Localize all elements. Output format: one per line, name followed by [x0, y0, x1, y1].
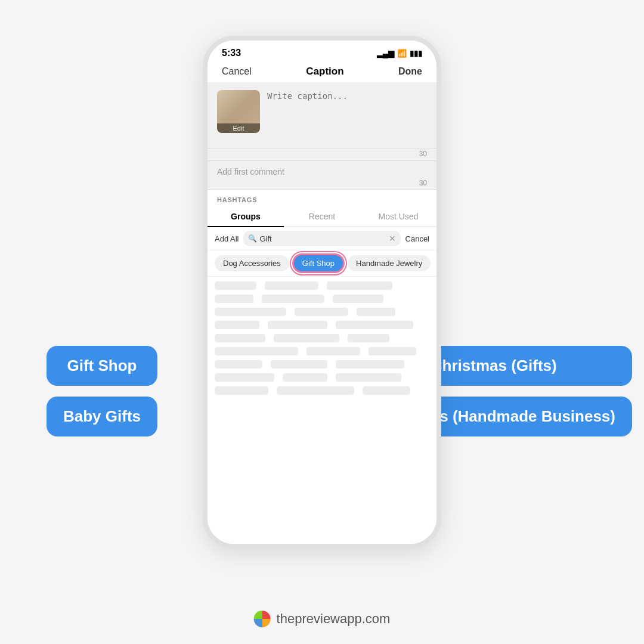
battery-icon: ▮▮▮	[410, 49, 422, 58]
hashtag-item[interactable]	[327, 281, 392, 290]
search-bar: Add All 🔍 Gift ✕ Cancel	[208, 227, 436, 250]
hashtag-item[interactable]	[215, 347, 298, 355]
photo-thumbnail[interactable]: Edit	[217, 90, 260, 133]
hashtag-item[interactable]	[306, 347, 360, 355]
chip-gift-shop[interactable]: Gift Shop	[294, 255, 343, 271]
footer-url[interactable]: thepreviewapp.com	[277, 611, 391, 627]
chip-dog-accessories[interactable]: Dog Accessories	[215, 255, 289, 271]
caption-input[interactable]	[267, 90, 427, 141]
hashtag-item[interactable]	[215, 334, 265, 342]
status-icons: ▂▄▆ 📶 ▮▮▮	[377, 49, 422, 58]
hashtag-item[interactable]	[215, 295, 253, 303]
cancel-button[interactable]: Cancel	[222, 66, 252, 77]
caption-area: Edit	[208, 83, 436, 148]
phone-screen: 5:33 ▂▄▆ 📶 ▮▮▮ Cancel Caption Done Edit	[208, 41, 436, 544]
hashtag-item[interactable]	[268, 321, 327, 329]
hashtag-item[interactable]	[215, 386, 268, 395]
tab-bar: Groups Recent Most Used	[208, 207, 436, 227]
hashtag-row	[215, 308, 429, 316]
chips-row: Dog Accessories Gift Shop Handmade Jewel…	[208, 250, 436, 277]
hashtag-item[interactable]	[333, 295, 383, 303]
hashtag-item[interactable]	[336, 321, 413, 329]
hashtag-row	[215, 347, 429, 355]
hashtag-row	[215, 373, 429, 382]
search-icon: 🔍	[248, 234, 257, 243]
comment-placeholder: Add first comment	[217, 167, 284, 177]
hashtag-row	[215, 386, 429, 395]
signal-icon: ▂▄▆	[377, 49, 394, 58]
phone-frame: 5:33 ▂▄▆ 📶 ▮▮▮ Cancel Caption Done Edit	[203, 36, 441, 549]
hashtag-item[interactable]	[369, 347, 416, 355]
search-value: Gift	[259, 234, 386, 243]
hashtag-item[interactable]	[271, 360, 327, 369]
left-badge-group: Gift Shop Baby Gifts	[47, 346, 157, 436]
comment-area[interactable]: Add first comment	[208, 160, 436, 178]
done-button[interactable]: Done	[398, 66, 422, 77]
status-bar: 5:33 ▂▄▆ 📶 ▮▮▮	[208, 41, 436, 61]
wifi-icon: 📶	[397, 49, 407, 58]
hashtags-section-label: HASHTAGS	[208, 190, 436, 207]
hashtag-item[interactable]	[215, 360, 262, 369]
hashtag-item[interactable]	[348, 334, 389, 342]
comment-char-count: 30	[208, 178, 436, 190]
hashtag-item[interactable]	[215, 373, 274, 382]
caption-char-count: 30	[208, 148, 436, 160]
hashtag-row	[215, 281, 429, 290]
hashtag-item[interactable]	[215, 281, 256, 290]
hashtag-item[interactable]	[283, 373, 327, 382]
thumb-image: Edit	[217, 90, 260, 133]
hashtag-item[interactable]	[215, 308, 286, 316]
edit-label[interactable]: Edit	[217, 123, 260, 133]
baby-gifts-badge[interactable]: Baby Gifts	[47, 397, 157, 436]
hashtag-item[interactable]	[336, 360, 404, 369]
hashtag-item[interactable]	[215, 321, 259, 329]
header-title: Caption	[306, 66, 343, 78]
search-clear-icon[interactable]: ✕	[389, 234, 396, 243]
hashtag-row	[215, 321, 429, 329]
chip-handmade-jewelry[interactable]: Handmade Jewelry	[348, 255, 431, 271]
hashtag-item[interactable]	[363, 386, 410, 395]
search-cancel-button[interactable]: Cancel	[405, 234, 429, 243]
hashtag-list	[208, 277, 436, 544]
hashtag-row	[215, 295, 429, 303]
add-all-button[interactable]: Add All	[215, 234, 239, 243]
hashtag-row	[215, 334, 429, 342]
hashtag-item[interactable]	[295, 308, 348, 316]
hashtag-item[interactable]	[265, 281, 318, 290]
footer: thepreviewapp.com	[254, 611, 391, 627]
hashtag-item[interactable]	[262, 295, 324, 303]
brand-logo	[254, 611, 271, 627]
tab-recent[interactable]: Recent	[284, 207, 360, 226]
hashtag-item[interactable]	[274, 334, 339, 342]
phone-mockup: 5:33 ▂▄▆ 📶 ▮▮▮ Cancel Caption Done Edit	[203, 36, 441, 555]
status-time: 5:33	[222, 48, 241, 58]
tab-groups[interactable]: Groups	[208, 207, 284, 227]
tab-most-used[interactable]: Most Used	[360, 207, 436, 226]
hashtag-item[interactable]	[357, 308, 395, 316]
search-input-wrap[interactable]: 🔍 Gift ✕	[243, 231, 400, 246]
hashtag-item[interactable]	[277, 386, 354, 395]
hashtag-row	[215, 360, 429, 369]
hashtag-item[interactable]	[336, 373, 401, 382]
app-header: Cancel Caption Done	[208, 61, 436, 83]
gift-shop-badge[interactable]: Gift Shop	[47, 346, 157, 386]
